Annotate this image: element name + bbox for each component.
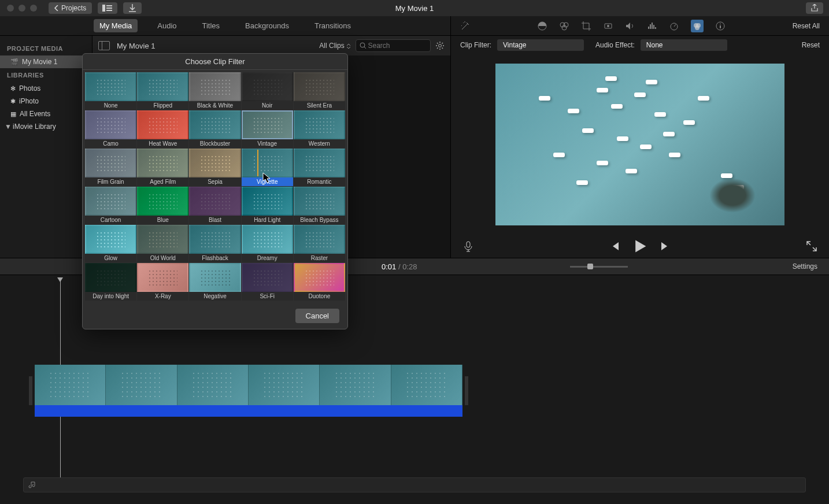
music-note-icon xyxy=(28,481,36,489)
cancel-button[interactable]: Cancel xyxy=(295,309,339,323)
enhance-wand-icon[interactable] xyxy=(460,21,471,31)
sidebar-item-iphoto[interactable]: ✱ iPhoto xyxy=(0,95,92,108)
filter-option-blast[interactable]: Blast xyxy=(189,187,240,224)
sidebar-item-label: All Events xyxy=(20,110,50,118)
sidebar-item-imovie-library[interactable]: ▼ iMovie Library xyxy=(0,120,92,133)
filter-option-x-ray[interactable]: X-Ray xyxy=(137,263,188,301)
clip-filter-dropdown[interactable]: All Clips xyxy=(319,42,351,50)
clip-filter-icon[interactable] xyxy=(691,20,704,32)
noise-reduction-icon[interactable] xyxy=(647,21,657,31)
filter-thumbnail xyxy=(189,187,240,216)
inspector-clip-filter-row: Clip Filter: Vintage Audio Effect: None … xyxy=(451,36,829,54)
filter-option-hard-light[interactable]: Hard Light xyxy=(242,187,293,224)
video-clip[interactable] xyxy=(35,365,462,405)
gear-icon[interactable] xyxy=(435,41,445,50)
sidebar-toggle-button[interactable] xyxy=(98,41,110,50)
filter-option-day-into-night[interactable]: Day into Night xyxy=(85,263,136,301)
filter-option-noir[interactable]: Noir xyxy=(242,72,293,110)
filter-option-sepia[interactable]: Sepia xyxy=(189,149,240,186)
filter-thumbnail xyxy=(137,187,188,216)
filter-option-glow[interactable]: Glow xyxy=(85,225,136,262)
filter-option-blue[interactable]: Blue xyxy=(137,187,188,224)
filter-option-old-world[interactable]: Old World xyxy=(137,225,188,262)
filter-option-western[interactable]: Western xyxy=(294,110,345,148)
tab-my-media[interactable]: My Media xyxy=(94,19,138,32)
import-button[interactable] xyxy=(123,2,142,14)
filter-option-cartoon[interactable]: Cartoon xyxy=(85,187,136,224)
timeline-settings-button[interactable]: Settings xyxy=(793,262,817,270)
filter-option-camo[interactable]: Camo xyxy=(85,110,136,148)
reset-button[interactable]: Reset xyxy=(802,41,820,49)
color-correction-icon[interactable] xyxy=(559,21,569,31)
filter-option-dreamy[interactable]: Dreamy xyxy=(242,225,293,262)
svg-rect-2 xyxy=(106,8,112,9)
filter-label: Sepia xyxy=(189,177,240,186)
close-window-button[interactable] xyxy=(7,5,14,12)
clip-filter-value[interactable]: Vintage xyxy=(497,39,584,51)
filter-option-flipped[interactable]: Flipped xyxy=(137,72,188,110)
filter-option-silent-era[interactable]: Silent Era xyxy=(294,72,345,110)
sidebar-item-all-events[interactable]: ▦ All Events xyxy=(0,108,92,120)
background-music-track[interactable] xyxy=(23,477,806,492)
filter-thumbnail xyxy=(242,263,293,292)
play-button[interactable] xyxy=(632,239,647,254)
tab-transitions[interactable]: Transitions xyxy=(309,19,357,32)
filter-option-flashback[interactable]: Flashback xyxy=(189,225,240,262)
clip-trim-handle-right[interactable] xyxy=(465,376,468,405)
filter-thumbnail xyxy=(189,263,240,292)
filter-option-sci-fi[interactable]: Sci-Fi xyxy=(242,263,293,301)
search-box[interactable] xyxy=(356,39,431,52)
info-icon[interactable] xyxy=(715,21,726,31)
sidebar-item-project[interactable]: 🎬 My Movie 1 xyxy=(0,55,92,68)
tab-titles[interactable]: Titles xyxy=(197,19,226,32)
preview-viewer xyxy=(451,54,829,235)
speed-icon[interactable] xyxy=(669,21,679,31)
filter-option-vignette[interactable]: Vignette xyxy=(242,149,293,186)
share-button[interactable] xyxy=(806,2,823,14)
crop-icon[interactable] xyxy=(581,21,591,31)
filter-label: Western xyxy=(294,139,345,148)
back-to-projects-button[interactable]: Projects xyxy=(49,2,92,14)
filter-thumbnail xyxy=(85,187,136,216)
filter-option-black-white[interactable]: Black & White xyxy=(189,72,240,110)
filter-option-romantic[interactable]: Romantic xyxy=(294,149,345,186)
fullscreen-icon[interactable] xyxy=(806,240,817,252)
zoom-window-button[interactable] xyxy=(30,5,37,12)
filter-option-duotone[interactable]: Duotone xyxy=(294,263,345,301)
clip-audio-waveform[interactable] xyxy=(35,405,462,417)
audio-effect-value[interactable]: None xyxy=(641,39,727,51)
audio-effect-label: Audio Effect: xyxy=(595,41,635,49)
microphone-icon[interactable] xyxy=(462,240,474,252)
filter-thumbnail xyxy=(294,149,345,177)
filter-label: Blockbuster xyxy=(189,139,240,148)
filter-option-bleach-bypass[interactable]: Bleach Bypass xyxy=(294,187,345,224)
volume-icon[interactable] xyxy=(625,21,635,31)
tab-audio[interactable]: Audio xyxy=(151,19,182,32)
filter-option-vintage[interactable]: Vintage xyxy=(242,110,293,148)
filter-option-negative[interactable]: Negative xyxy=(189,263,240,301)
tab-backgrounds[interactable]: Backgrounds xyxy=(239,19,295,32)
updown-icon xyxy=(346,43,351,49)
filter-option-none[interactable]: None xyxy=(85,72,136,110)
clip-trim-handle-left[interactable] xyxy=(29,376,32,405)
filter-thumbnail xyxy=(242,72,293,101)
sidebar-item-photos[interactable]: ✻ Photos xyxy=(0,82,92,95)
search-input[interactable] xyxy=(368,42,427,50)
filter-thumbnail xyxy=(189,110,240,139)
stabilization-icon[interactable] xyxy=(603,21,613,31)
disclosure-triangle-icon[interactable]: ▼ xyxy=(5,123,9,131)
filter-option-film-grain[interactable]: Film Grain xyxy=(85,149,136,186)
list-view-button[interactable] xyxy=(98,2,117,14)
minimize-window-button[interactable] xyxy=(18,5,25,12)
filter-option-raster[interactable]: Raster xyxy=(294,225,345,262)
color-balance-icon[interactable] xyxy=(537,21,547,31)
zoom-slider[interactable] xyxy=(570,266,628,268)
filter-label: Sci-Fi xyxy=(242,292,293,301)
next-button[interactable] xyxy=(659,240,671,252)
reset-all-button[interactable]: Reset All xyxy=(793,22,820,30)
previous-button[interactable] xyxy=(609,240,621,252)
filter-thumbnail xyxy=(189,225,240,254)
filter-option-aged-film[interactable]: Aged Film xyxy=(137,149,188,186)
filter-option-blockbuster[interactable]: Blockbuster xyxy=(189,110,240,148)
filter-option-heat-wave[interactable]: Heat Wave xyxy=(137,110,188,148)
